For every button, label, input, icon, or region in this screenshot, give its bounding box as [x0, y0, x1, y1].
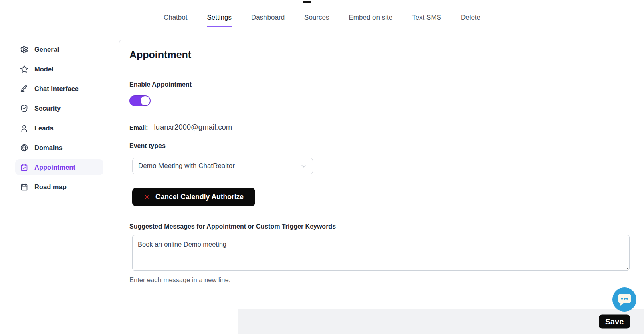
tab-delete[interactable]: Delete [461, 14, 480, 27]
sidebar-item-label: Security [34, 105, 61, 112]
tab-chatbot[interactable]: Chatbot [164, 14, 188, 27]
top-navigation: Chatbot Settings Dashboard Sources Embed… [0, 0, 644, 27]
toggle-knob [141, 96, 150, 105]
pencil-icon [20, 85, 28, 93]
sidebar-item-general[interactable]: General [15, 41, 103, 57]
sidebar-item-appointment[interactable]: Appointment [15, 159, 103, 175]
footer-bar: Save [238, 309, 644, 334]
cancel-calendly-authorize-button[interactable]: Cancel Calendly Authorize [132, 188, 255, 206]
suggested-messages-label: Suggested Messages for Appointment or Cu… [129, 223, 634, 230]
enable-appointment-toggle[interactable] [129, 95, 151, 106]
panel-header: Appointment [119, 40, 644, 67]
sidebar-item-leads[interactable]: Leads [15, 120, 103, 136]
page-title: Appointment [129, 48, 634, 61]
event-type-selected-value: Demo Meeting with ChatRealtor [138, 162, 235, 170]
sidebar-item-road-map[interactable]: Road map [15, 179, 103, 195]
tab-sources[interactable]: Sources [304, 14, 329, 27]
sidebar-item-model[interactable]: Model [15, 61, 103, 77]
event-type-select[interactable]: Demo Meeting with ChatRealtor [132, 158, 313, 174]
sidebar-item-chat-interface[interactable]: Chat Interface [15, 81, 103, 97]
appointment-settings-panel: Appointment Enable Appointment Email: lu… [119, 40, 644, 334]
email-row: Email: luanxr2000@gmail.com [129, 123, 634, 132]
gear-icon [20, 45, 28, 54]
sidebar-item-security[interactable]: Security [15, 100, 103, 116]
enable-appointment-label: Enable Appointment [129, 81, 634, 88]
cancel-calendly-authorize-label: Cancel Calendly Authorize [155, 193, 244, 201]
chat-bubble-icon [612, 287, 636, 312]
email-value: luanxr2000@gmail.com [154, 123, 232, 132]
sidebar-item-label: Domains [34, 144, 63, 152]
sidebar-item-label: Road map [34, 183, 67, 191]
star-icon [20, 65, 28, 73]
shield-check-icon [20, 104, 28, 113]
sidebar-item-label: Chat Interface [34, 85, 79, 93]
x-icon [144, 194, 151, 200]
sidebar-item-label: Appointment [34, 164, 75, 171]
calendar-icon [20, 183, 28, 191]
sidebar-item-domains[interactable]: Domains [15, 140, 103, 156]
sidebar-item-label: General [34, 46, 59, 53]
person-icon [20, 124, 28, 132]
tab-text-sms[interactable]: Text SMS [412, 14, 441, 27]
panel-body: Enable Appointment Email: luanxr2000@gma… [119, 67, 644, 284]
calendar-check-icon [20, 163, 28, 172]
suggested-messages-input[interactable]: Book an online Demo meeting [132, 235, 630, 271]
suggested-messages-help-text: Enter each message in a new line. [129, 276, 634, 284]
globe-icon [20, 144, 28, 152]
sidebar-item-label: Leads [34, 124, 54, 132]
event-types-label: Event types [129, 142, 634, 150]
sidebar-item-label: Model [34, 65, 54, 73]
save-button[interactable]: Save [599, 315, 630, 329]
tab-dashboard[interactable]: Dashboard [251, 14, 285, 27]
chevron-down-icon [300, 163, 307, 170]
chat-widget-button[interactable] [612, 287, 636, 312]
email-label: Email: [129, 124, 148, 131]
tab-embed-on-site[interactable]: Embed on site [349, 14, 392, 27]
settings-sidebar: General Model Chat Interface Security Le… [15, 41, 103, 198]
tab-settings[interactable]: Settings [207, 14, 231, 27]
